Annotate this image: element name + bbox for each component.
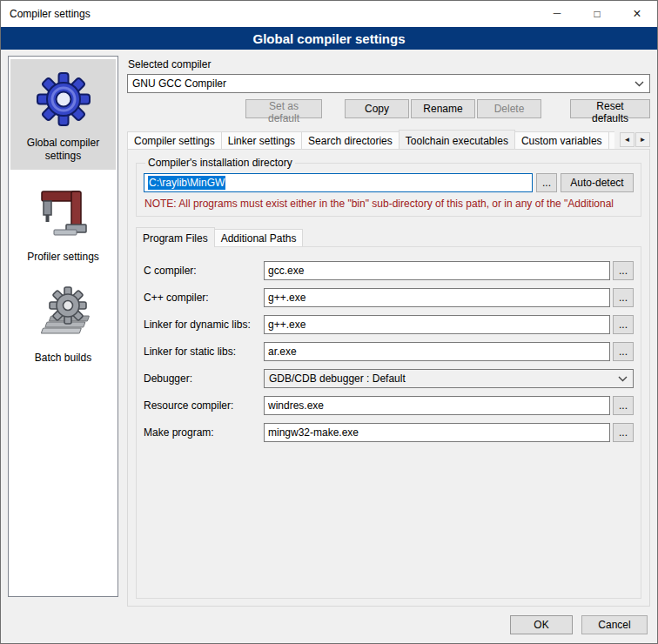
settings-category-list: Global compiler settings Profiler settin… <box>8 56 118 597</box>
install-dir-browse-button[interactable]: ... <box>536 173 557 192</box>
dialog-footer: OK Cancel <box>1 607 657 643</box>
form-row: Linker for dynamic libs: ... <box>144 315 634 334</box>
gear-icon <box>32 68 95 131</box>
rename-button[interactable]: Rename <box>411 99 475 118</box>
tab-scroll-right-icon[interactable]: ► <box>635 132 650 147</box>
bin-subdirectory-note: NOTE: All programs must exist either in … <box>144 198 634 210</box>
dialog-header-title: Global compiler settings <box>252 31 405 46</box>
install-dir-input[interactable]: C:\raylib\MinGW <box>144 173 533 192</box>
tab-custom-variables[interactable]: Custom variables <box>514 131 609 149</box>
c-compiler-label: C compiler: <box>144 265 264 277</box>
toolchain-executables-page: Compiler's installation directory C:\ray… <box>127 149 650 607</box>
sidebar-item-global-compiler-settings[interactable]: Global compiler settings <box>10 59 116 170</box>
chevron-down-icon <box>618 376 628 382</box>
tab-compiler-settings[interactable]: Compiler settings <box>127 131 222 149</box>
sidebar-item-label: Global compiler settings <box>12 137 114 163</box>
cpp-compiler-label: C++ compiler: <box>144 292 264 304</box>
tab-additional-paths[interactable]: Additional Paths <box>214 229 304 246</box>
caption-buttons: ─ □ × <box>537 1 657 27</box>
form-row: Linker for static libs: ... <box>144 342 634 361</box>
c-compiler-input[interactable] <box>264 261 610 280</box>
installation-directory-row: C:\raylib\MinGW ... Auto-detect <box>144 173 634 192</box>
form-row: Debugger: GDB/CDB debugger : Default <box>144 369 634 388</box>
sidebar-item-label: Profiler settings <box>27 251 99 264</box>
dynamic-linker-label: Linker for dynamic libs: <box>144 319 264 331</box>
cancel-button[interactable]: Cancel <box>581 615 648 634</box>
dialog-header: Global compiler settings <box>1 27 657 50</box>
minimize-button[interactable]: ─ <box>537 1 577 27</box>
resource-compiler-label: Resource compiler: <box>144 399 264 412</box>
selected-compiler-value: GNU GCC Compiler <box>132 77 226 90</box>
selected-compiler-combobox[interactable]: GNU GCC Compiler <box>127 74 650 93</box>
settings-tabstrip: Compiler settings Linker settings Search… <box>127 130 650 149</box>
make-program-browse-button[interactable]: ... <box>613 423 634 442</box>
programs-tabstrip: Program Files Additional Paths <box>136 227 641 246</box>
installation-directory-legend: Compiler's installation directory <box>145 157 295 169</box>
main-panel: Selected compiler GNU GCC Compiler Set a… <box>127 56 650 607</box>
settings-tabs: Compiler settings Linker settings Search… <box>127 130 614 149</box>
copy-button[interactable]: Copy <box>345 99 409 118</box>
compiler-settings-window: Compiler settings ─ □ × Global compiler … <box>0 0 658 644</box>
form-row: Resource compiler: ... <box>144 396 634 415</box>
sidebar-item-label: Batch builds <box>35 352 91 365</box>
tab-search-directories[interactable]: Search directories <box>301 131 400 149</box>
selected-compiler-label: Selected compiler <box>128 58 650 70</box>
autodetect-button[interactable]: Auto-detect <box>561 173 634 192</box>
dynamic-linker-input[interactable] <box>264 315 610 334</box>
form-row: C compiler: ... <box>144 261 634 280</box>
form-row: C++ compiler: ... <box>144 288 634 307</box>
set-as-default-button: Set as default <box>245 99 322 118</box>
profiler-tool-icon <box>32 182 95 245</box>
dynamic-linker-browse-button[interactable]: ... <box>613 315 634 334</box>
install-dir-selected-text: C:\raylib\MinGW <box>148 176 225 190</box>
dialog-body: Global compiler settings Profiler settin… <box>1 50 657 607</box>
static-linker-input[interactable] <box>264 342 610 361</box>
sidebar-item-batch-builds[interactable]: Batch builds <box>10 274 116 372</box>
ok-button[interactable]: OK <box>510 615 573 634</box>
chevron-down-icon <box>634 81 644 87</box>
program-files-page: C compiler: ... C++ compiler: ... Linker… <box>136 246 641 599</box>
resource-compiler-browse-button[interactable]: ... <box>613 396 634 415</box>
batch-builds-gears-icon <box>32 283 95 345</box>
tab-program-files[interactable]: Program Files <box>136 227 215 247</box>
sidebar-item-profiler-settings[interactable]: Profiler settings <box>10 173 116 271</box>
window-title: Compiler settings <box>10 8 91 20</box>
close-button[interactable]: × <box>617 1 657 27</box>
installation-directory-group: Compiler's installation directory C:\ray… <box>136 157 641 217</box>
tab-build-options[interactable]: Buil <box>608 131 614 149</box>
cpp-compiler-browse-button[interactable]: ... <box>613 288 634 307</box>
debugger-select[interactable]: GDB/CDB debugger : Default <box>264 369 634 388</box>
tab-scroll-left-icon[interactable]: ◄ <box>620 132 634 147</box>
form-row: Make program: ... <box>144 423 634 442</box>
tab-linker-settings[interactable]: Linker settings <box>221 131 302 149</box>
minimize-icon: ─ <box>554 7 561 19</box>
c-compiler-browse-button[interactable]: ... <box>613 261 634 280</box>
tab-toolchain-executables[interactable]: Toolchain executables <box>399 130 515 149</box>
static-linker-browse-button[interactable]: ... <box>613 342 634 361</box>
resource-compiler-input[interactable] <box>264 396 610 415</box>
make-program-input[interactable] <box>264 423 610 442</box>
titlebar: Compiler settings ─ □ × <box>1 1 657 27</box>
make-program-label: Make program: <box>144 426 264 439</box>
compiler-actions: Set as default Copy Rename Delete Reset … <box>127 99 650 118</box>
static-linker-label: Linker for static libs: <box>144 345 264 358</box>
tab-scroll-buttons: ◄ ► <box>619 132 650 147</box>
debugger-value: GDB/CDB debugger : Default <box>269 372 406 385</box>
reset-defaults-button[interactable]: Reset defaults <box>570 99 650 118</box>
maximize-button[interactable]: □ <box>577 1 617 27</box>
maximize-icon: □ <box>594 8 600 20</box>
cpp-compiler-input[interactable] <box>264 288 610 307</box>
close-icon: × <box>633 6 641 22</box>
delete-button: Delete <box>477 99 541 118</box>
debugger-label: Debugger: <box>144 372 264 385</box>
